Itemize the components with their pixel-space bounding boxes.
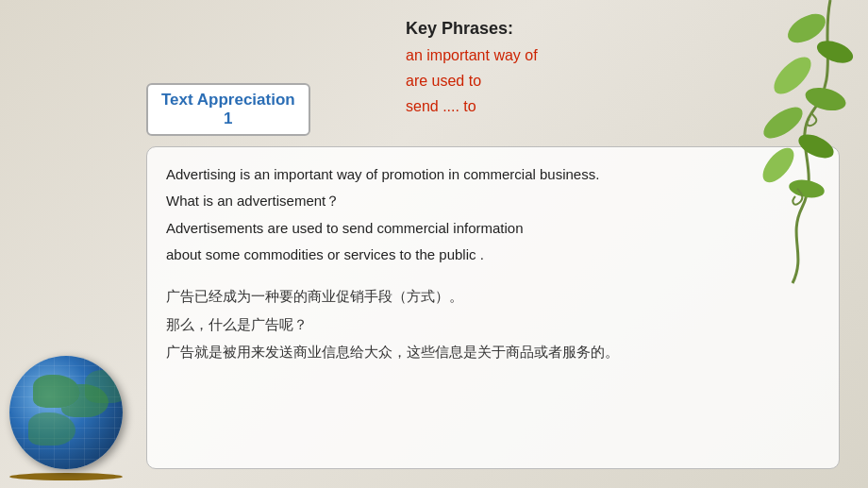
- svg-point-6: [757, 143, 799, 188]
- svg-point-1: [814, 37, 856, 67]
- badge-number: 1: [161, 109, 295, 128]
- globe-sphere: [9, 356, 123, 469]
- badge-title: Text Appreciation: [161, 91, 295, 109]
- chinese-para-2: 那么，什么是广告呢？: [166, 312, 820, 339]
- text-appreciation-badge: Text Appreciation 1: [146, 83, 310, 136]
- globe-decoration: [9, 356, 132, 479]
- globe-stand: [9, 473, 123, 480]
- plant-decoration: [660, 0, 868, 293]
- svg-point-5: [795, 129, 838, 162]
- chinese-section: 广告已经成为一种要的商业促销手段（方式）。 那么，什么是广告呢？ 广告就是被用来…: [166, 284, 820, 368]
- chinese-para-3: 广告就是被用来发送商业信息给大众，这些信息是关于商品或者服务的。: [166, 340, 820, 366]
- svg-point-7: [788, 177, 826, 200]
